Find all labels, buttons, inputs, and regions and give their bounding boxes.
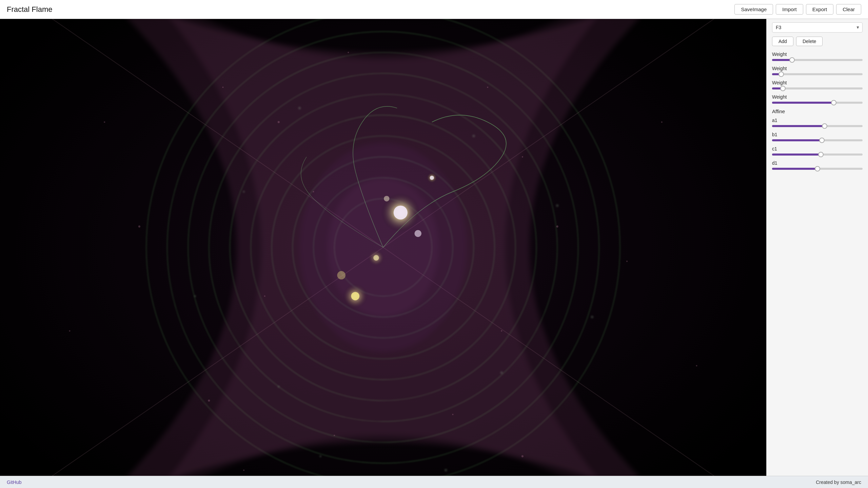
svg-point-24 [348, 52, 349, 53]
d1-fill [772, 168, 817, 170]
github-link[interactable]: GitHub [7, 480, 22, 485]
weight-slider-2: Weight [772, 66, 863, 75]
b1-slider: b1 [772, 132, 863, 141]
weight-slider-4: Weight [772, 94, 863, 104]
d1-slider: d1 [772, 160, 863, 170]
svg-point-14 [222, 86, 223, 88]
svg-point-15 [278, 121, 280, 123]
fractal-svg [0, 19, 766, 476]
svg-point-47 [243, 191, 245, 193]
svg-point-28 [243, 469, 244, 471]
svg-point-56 [328, 178, 439, 317]
c1-fill [772, 154, 821, 156]
svg-point-25 [334, 435, 335, 436]
svg-point-19 [487, 86, 488, 88]
d1-thumb[interactable] [815, 166, 820, 171]
d1-label: d1 [772, 160, 863, 166]
svg-point-29 [521, 455, 524, 457]
a1-track [772, 125, 863, 127]
weight-label-4: Weight [772, 94, 863, 100]
svg-point-48 [556, 204, 559, 207]
sidebar: F1 F2 F3 F4 ▼ Add Delete Weight [766, 19, 868, 476]
c1-track [772, 154, 863, 156]
weight-track-3 [772, 87, 863, 89]
svg-point-17 [264, 296, 265, 297]
weight-label-3: Weight [772, 80, 863, 85]
header-toolbar: SaveImage Import Export Clear [734, 4, 861, 15]
import-button[interactable]: Import [776, 4, 803, 15]
svg-point-32 [69, 330, 70, 331]
weight-slider-1: Weight [772, 52, 863, 61]
weight-thumb-1[interactable] [789, 57, 795, 63]
add-button[interactable]: Add [772, 37, 793, 46]
a1-slider: a1 [772, 118, 863, 127]
affine-header: Affine [772, 108, 863, 114]
weight-sliders-group: Weight Weight Weight [772, 52, 863, 104]
sidebar-scroll[interactable]: F1 F2 F3 F4 ▼ Add Delete Weight [767, 19, 868, 476]
b1-thumb[interactable] [819, 138, 825, 143]
svg-point-31 [661, 121, 663, 123]
a1-thumb[interactable] [822, 123, 827, 129]
action-buttons-row: Add Delete [772, 37, 863, 46]
weight-label-2: Weight [772, 66, 863, 71]
b1-label: b1 [772, 132, 863, 137]
a1-fill [772, 125, 825, 127]
weight-track-4 [772, 102, 863, 104]
footer-credit: Created by soma_arc [816, 480, 861, 485]
weight-thumb-4[interactable] [831, 100, 836, 105]
dropdown-wrapper: F1 F2 F3 F4 ▼ [772, 22, 863, 33]
svg-point-18 [208, 400, 210, 402]
svg-point-51 [278, 386, 280, 388]
svg-point-20 [522, 156, 523, 158]
c1-slider: c1 [772, 146, 863, 156]
c1-label: c1 [772, 146, 863, 151]
svg-point-54 [445, 469, 447, 471]
a1-label: a1 [772, 118, 863, 123]
affine-section: Affine a1 b1 [772, 108, 863, 170]
weight-thumb-2[interactable] [778, 72, 784, 77]
weight-label-1: Weight [772, 52, 863, 57]
export-button[interactable]: Export [806, 4, 833, 15]
svg-point-45 [298, 107, 301, 109]
app-footer: GitHub Created by soma_arc [0, 476, 868, 488]
save-image-button[interactable]: SaveImage [734, 4, 773, 15]
fractal-canvas-area [0, 19, 766, 476]
svg-point-50 [591, 316, 593, 318]
c1-thumb[interactable] [818, 152, 824, 157]
app-title: Fractal Flame [7, 5, 52, 14]
weight-thumb-3[interactable] [780, 86, 786, 91]
svg-point-49 [194, 295, 196, 297]
main-area: F1 F2 F3 F4 ▼ Add Delete Weight [0, 19, 868, 476]
d1-track [772, 168, 863, 170]
function-select[interactable]: F1 F2 F3 F4 [772, 22, 863, 33]
svg-point-21 [556, 225, 558, 227]
clear-button[interactable]: Clear [836, 4, 861, 15]
weight-slider-3: Weight [772, 80, 863, 89]
svg-point-46 [472, 135, 475, 137]
svg-point-53 [319, 455, 321, 457]
delete-button[interactable]: Delete [796, 37, 823, 46]
b1-track [772, 139, 863, 141]
app-header: Fractal Flame SaveImage Import Export Cl… [0, 0, 868, 19]
svg-point-26 [138, 225, 140, 227]
weight-fill-4 [772, 102, 834, 104]
svg-point-30 [104, 121, 105, 123]
svg-point-33 [696, 365, 697, 366]
weight-track-2 [772, 73, 863, 75]
svg-point-52 [500, 371, 503, 374]
svg-point-27 [626, 261, 628, 262]
function-dropdown-container: F1 F2 F3 F4 ▼ [772, 22, 863, 33]
weight-track-1 [772, 59, 863, 61]
svg-point-23 [452, 414, 453, 415]
svg-point-22 [501, 330, 502, 331]
b1-fill [772, 139, 822, 141]
